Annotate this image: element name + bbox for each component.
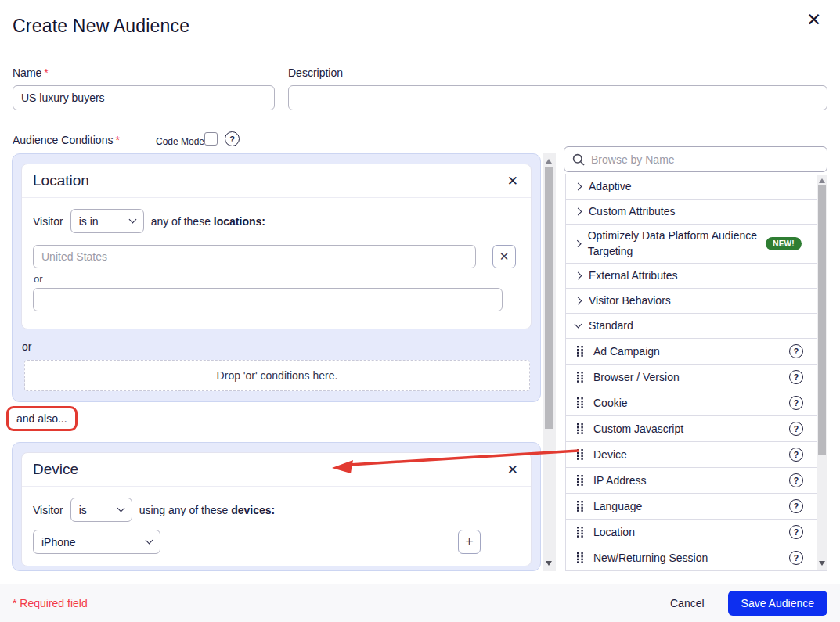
remove-device-card-icon[interactable]: ✕ <box>507 462 518 478</box>
help-icon[interactable]: ? <box>789 473 803 487</box>
category-row-external-attributes[interactable]: External Attributes <box>566 264 827 289</box>
remove-location-value-button[interactable]: ✕ <box>492 245 516 268</box>
category-row-optimizely-data-platform-audience-targeting[interactable]: Optimizely Data Platform Audience Target… <box>566 225 827 264</box>
category-row-standard[interactable]: Standard <box>566 314 827 339</box>
scroll-down-icon[interactable] <box>819 561 825 566</box>
category-row-adaptive[interactable]: Adaptive <box>566 174 827 200</box>
drag-handle-icon[interactable] <box>576 501 584 512</box>
location-value-input[interactable] <box>33 245 476 268</box>
device-card-header: Device ✕ <box>22 453 531 487</box>
and-also-button[interactable]: and also... <box>9 408 75 429</box>
device-clause-text: using any of these devices: <box>139 504 276 516</box>
location-value-input-2[interactable] <box>33 288 503 311</box>
attribute-item-label: Custom Javascript <box>593 422 683 435</box>
drag-handle-icon[interactable] <box>576 397 584 408</box>
search-input[interactable] <box>591 153 819 166</box>
device-operator-value: is <box>79 504 87 516</box>
search-icon <box>572 153 585 166</box>
scrollbar-thumb[interactable] <box>545 167 553 429</box>
help-icon[interactable]: ? <box>789 396 803 410</box>
scroll-down-icon[interactable] <box>546 561 552 566</box>
drag-handle-icon[interactable] <box>576 475 584 486</box>
footer-actions: Cancel Save Audience <box>670 591 827 616</box>
required-asterisk: * <box>44 67 48 79</box>
attribute-item-ip-address[interactable]: IP Address? <box>566 468 827 494</box>
device-value-select[interactable]: iPhone <box>33 530 160 554</box>
help-icon[interactable]: ? <box>789 551 803 565</box>
scroll-up-icon[interactable] <box>819 178 825 183</box>
help-icon[interactable]: ? <box>789 499 803 513</box>
conditions-label-text: Audience Conditions <box>13 134 113 146</box>
attribute-list: AdaptiveCustom AttributesOptimizely Data… <box>565 174 827 571</box>
category-label: Adaptive <box>589 175 631 197</box>
help-icon[interactable]: ? <box>789 448 803 462</box>
name-label-text: Name <box>13 67 41 79</box>
device-operator-select[interactable]: is <box>70 498 132 522</box>
attribute-item-cookie[interactable]: Cookie? <box>566 390 827 416</box>
help-icon[interactable]: ? <box>789 370 803 384</box>
category-label: Custom Attributes <box>589 200 676 222</box>
category-row-visitor-behaviors[interactable]: Visitor Behaviors <box>566 289 827 314</box>
name-input[interactable] <box>13 85 275 110</box>
visitor-label: Visitor <box>33 504 63 516</box>
cancel-button[interactable]: Cancel <box>670 597 705 609</box>
attribute-search[interactable] <box>564 146 827 172</box>
visitor-label: Visitor <box>33 215 63 228</box>
code-mode-checkbox[interactable] <box>204 132 218 146</box>
description-input[interactable] <box>288 85 827 110</box>
location-card: Location ✕ Visitor is in any of these lo… <box>21 164 532 329</box>
required-field-note: * Required field <box>13 597 88 609</box>
chevron-right-icon <box>574 240 581 247</box>
drag-handle-icon[interactable] <box>576 552 584 563</box>
chevron-down-icon <box>575 320 582 328</box>
name-label: Name* <box>13 67 49 79</box>
attribute-item-language[interactable]: Language? <box>566 494 827 520</box>
close-icon[interactable]: ✕ <box>806 11 821 29</box>
clause-prefix: using any of these <box>139 504 229 516</box>
category-list: AdaptiveCustom AttributesOptimizely Data… <box>566 174 827 339</box>
attribute-item-ad-campaign[interactable]: Ad Campaign? <box>566 339 827 365</box>
attribute-item-new-returning-session[interactable]: New/Returning Session? <box>566 545 827 571</box>
scrollbar-thumb[interactable] <box>818 185 826 455</box>
drag-handle-icon[interactable] <box>576 346 584 357</box>
attribute-item-browser-version[interactable]: Browser / Version? <box>566 365 827 390</box>
code-mode-help-icon[interactable]: ? <box>225 131 240 146</box>
device-value: iPhone <box>41 536 76 548</box>
category-row-custom-attributes[interactable]: Custom Attributes <box>566 200 827 225</box>
clause-object: locations: <box>214 215 265 228</box>
attribute-item-label: Ad Campaign <box>593 345 660 358</box>
chevron-right-icon <box>575 271 582 279</box>
drag-handle-icon[interactable] <box>576 372 584 383</box>
attribute-item-device[interactable]: Device? <box>566 442 827 468</box>
location-operator-value: is in <box>79 215 99 228</box>
location-clause-text: any of these locations: <box>151 215 265 228</box>
scroll-up-icon[interactable] <box>546 159 552 164</box>
remove-location-card-icon[interactable]: ✕ <box>507 173 518 189</box>
new-badge: NEW! <box>766 237 802 250</box>
help-icon[interactable]: ? <box>789 344 803 358</box>
help-icon[interactable]: ? <box>789 422 803 436</box>
add-device-button[interactable]: + <box>458 530 481 554</box>
location-operator-select[interactable]: is in <box>70 209 144 233</box>
drag-handle-icon[interactable] <box>576 449 584 460</box>
attribute-list-scrollbar[interactable] <box>817 175 827 570</box>
attribute-item-label: New/Returning Session <box>593 552 708 564</box>
attribute-item-location[interactable]: Location? <box>566 520 827 545</box>
drag-handle-icon[interactable] <box>576 527 584 538</box>
drag-handle-icon[interactable] <box>576 423 584 434</box>
location-condition-group: Location ✕ Visitor is in any of these lo… <box>12 153 541 402</box>
outer-or-label: or <box>22 340 31 353</box>
help-icon[interactable]: ? <box>789 525 803 539</box>
location-card-title: Location <box>33 172 89 189</box>
conditions-scrollbar[interactable] <box>543 153 556 571</box>
inner-or-label: or <box>34 273 43 285</box>
category-label: Visitor Behaviors <box>589 289 671 311</box>
attribute-item-custom-javascript[interactable]: Custom Javascript? <box>566 416 827 442</box>
chevron-right-icon <box>575 183 582 191</box>
save-audience-button[interactable]: Save Audience <box>728 591 827 616</box>
description-label: Description <box>288 67 343 79</box>
chevron-down-icon <box>128 216 136 224</box>
chevron-down-icon <box>117 505 124 512</box>
or-drop-zone[interactable]: Drop 'or' conditions here. <box>24 360 530 391</box>
page-title: Create New Audience <box>13 16 189 37</box>
